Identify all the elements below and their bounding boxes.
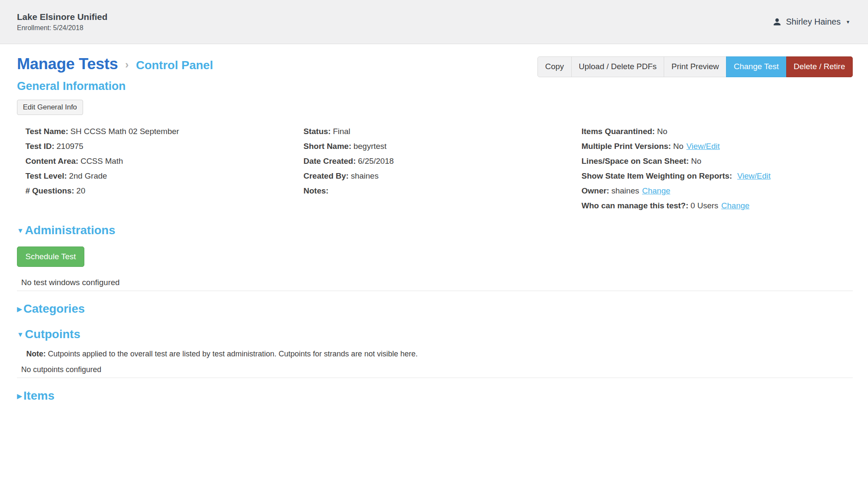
items-section: ▶ Items [17, 389, 853, 403]
field-status: Status:Final [303, 127, 581, 136]
info-column-3: Items Quarantined:No Multiple Print Vers… [581, 127, 853, 216]
field-multiple-print-versions: Multiple Print Versions:NoView/Edit [581, 142, 853, 151]
field-test-id: Test ID:210975 [25, 142, 303, 151]
user-icon [773, 17, 782, 26]
categories-section-header[interactable]: ▶ Categories [17, 302, 853, 316]
field-owner: Owner:shainesChange [581, 186, 853, 196]
copy-button[interactable]: Copy [537, 56, 571, 77]
note-text: Cutpoints applied to the overall test ar… [48, 350, 417, 358]
general-info-grid: Test Name:SH CCSS Math 02 September Test… [17, 127, 853, 216]
main-content: Manage Tests › Control Panel Copy Upload… [0, 44, 868, 403]
cutpoints-section: ▼ Cutpoints Note:Cutpoints applied to th… [17, 328, 853, 374]
note-label: Note: [26, 350, 46, 358]
breadcrumb-chevron-icon: › [125, 59, 128, 71]
field-lines-space-scan-sheet: Lines/Space on Scan Sheet:No [581, 157, 853, 166]
cutpoints-note: Note:Cutpoints applied to the overall te… [26, 350, 853, 359]
caret-right-icon: ▶ [17, 306, 22, 313]
caret-right-icon: ▶ [17, 393, 22, 400]
print-preview-button[interactable]: Print Preview [664, 56, 726, 77]
delete-retire-button[interactable]: Delete / Retire [786, 56, 853, 77]
no-test-windows-text: No test windows configured [21, 278, 853, 287]
field-date-created: Date Created:6/25/2018 [303, 157, 581, 166]
caret-down-icon: ▼ [17, 331, 24, 338]
field-who-can-manage: Who can manage this test?:0 UsersChange [581, 201, 853, 210]
info-column-2: Status:Final Short Name:begyrtest Date C… [303, 127, 581, 216]
schedule-test-button[interactable]: Schedule Test [17, 247, 84, 267]
field-test-name: Test Name:SH CCSS Math 02 September [25, 127, 303, 136]
toolbar: Copy Upload / Delete PDFs Print Preview … [537, 56, 853, 77]
items-title: Items [23, 389, 54, 403]
field-content-area: Content Area:CCSS Math [25, 157, 303, 166]
change-test-button[interactable]: Change Test [726, 56, 786, 77]
field-state-item-weighting: Show State Item Weighting on Reports:Vie… [581, 171, 853, 181]
district-name: Lake Elsinore Unified [17, 12, 108, 22]
caret-down-icon: ▼ [17, 227, 24, 234]
administrations-section: ▼ Administrations Schedule Test No test … [17, 224, 853, 287]
upload-delete-pdfs-button[interactable]: Upload / Delete PDFs [571, 56, 665, 77]
section-divider [17, 291, 853, 291]
administrations-title: Administrations [25, 224, 115, 237]
title-row: Manage Tests › Control Panel Copy Upload… [17, 55, 853, 77]
edit-general-info-button[interactable]: Edit General Info [17, 100, 83, 115]
administrations-section-header[interactable]: ▼ Administrations [17, 224, 853, 237]
field-notes: Notes: [303, 186, 581, 196]
categories-title: Categories [23, 302, 85, 316]
field-test-level: Test Level:2nd Grade [25, 171, 303, 181]
info-column-1: Test Name:SH CCSS Math 02 September Test… [25, 127, 303, 216]
field-num-questions: # Questions:20 [25, 186, 303, 196]
district-block: Lake Elsinore Unified Enrollment: 5/24/2… [17, 12, 108, 31]
user-name: Shirley Haines [786, 17, 841, 27]
items-section-header[interactable]: ▶ Items [17, 389, 853, 403]
change-managers-link[interactable]: Change [721, 201, 750, 210]
page-title[interactable]: Manage Tests [17, 55, 118, 73]
chevron-down-icon: ▾ [846, 19, 849, 25]
field-created-by: Created By:shaines [303, 171, 581, 181]
categories-section: ▶ Categories [17, 302, 853, 316]
enrollment-date: Enrollment: 5/24/2018 [17, 24, 108, 32]
user-menu[interactable]: Shirley Haines ▾ [773, 17, 849, 27]
field-short-name: Short Name:begyrtest [303, 142, 581, 151]
field-items-quarantined: Items Quarantined:No [581, 127, 853, 136]
change-owner-link[interactable]: Change [642, 186, 670, 195]
cutpoints-section-header[interactable]: ▼ Cutpoints [17, 328, 853, 341]
breadcrumb: Manage Tests › Control Panel [17, 55, 213, 73]
view-edit-print-versions-link[interactable]: View/Edit [686, 142, 720, 151]
no-cutpoints-text: No cutpoints configured [21, 365, 853, 374]
cutpoints-title: Cutpoints [25, 328, 81, 341]
view-edit-weighting-link[interactable]: View/Edit [737, 171, 771, 180]
section-divider [17, 378, 853, 378]
app-header: Lake Elsinore Unified Enrollment: 5/24/2… [0, 0, 868, 44]
breadcrumb-section: Control Panel [136, 59, 213, 72]
general-information-heading: General Information [17, 80, 853, 93]
